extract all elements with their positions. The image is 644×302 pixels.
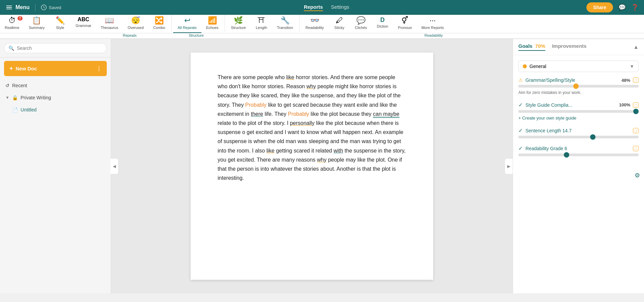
saved-status: Saved — [35, 4, 67, 10]
goal-styleguide-info[interactable]: □ — [633, 102, 639, 108]
goal-sentencelength-bar[interactable] — [518, 136, 639, 138]
group-core-label: Core — [4, 33, 94, 37]
highlight-with: with — [333, 148, 343, 154]
allrepeats-icon: ↩ — [184, 17, 190, 24]
toolbar-structure[interactable]: 🌿 Structure — [226, 15, 251, 33]
toolbar-style[interactable]: ✏️ Style — [49, 15, 71, 33]
goal-sentencelength-title[interactable]: Sentence Length 14.7 — [525, 128, 627, 133]
help-button[interactable]: ❓ — [631, 4, 639, 11]
goal-readability: ✓ Readability Grade 6 □ — [518, 145, 639, 156]
goal-grammar-header: ⚠ Grammar/Spelling/Style 48% □ — [518, 77, 639, 83]
editor-text[interactable]: There are some people who like horror st… — [218, 73, 406, 182]
share-button[interactable]: Share — [586, 2, 613, 12]
goal-grammar-title[interactable]: Grammar/Spelling/Style — [525, 77, 619, 83]
style-icon: ✏️ — [56, 17, 65, 24]
goal-readability-bar[interactable] — [518, 154, 639, 156]
sidebar-doc-untitled[interactable]: 📄 Untitled — [0, 104, 111, 116]
nav-reports-tab[interactable]: Reports — [304, 4, 323, 11]
goal-sentencelength-thumb[interactable] — [590, 134, 595, 140]
plus-icon: + — [9, 65, 13, 72]
create-style-guide-link[interactable]: + Create your own style guide — [518, 115, 639, 121]
goal-grammar: ⚠ Grammar/Spelling/Style 48% □ Aim for z… — [518, 77, 639, 95]
highlight-canmaybe: can maybe — [373, 111, 399, 118]
goals-tab[interactable]: Goals 70% — [518, 43, 545, 51]
sidebar-collapse-button[interactable]: ◀ — [110, 158, 119, 174]
highlight-like-2: like — [266, 148, 275, 154]
check-icon-3: ✓ — [518, 145, 523, 152]
goal-styleguide-bar[interactable] — [518, 110, 639, 113]
right-panel-expand-button[interactable]: ▶ — [505, 158, 513, 174]
toolbar-realtime[interactable]: ⏱ Realtime 7 — [0, 15, 24, 33]
editor-page[interactable]: There are some people who like horror st… — [191, 53, 433, 280]
highlight-like-1: like — [286, 74, 294, 80]
sidebar-recent[interactable]: ↺ Recent — [0, 79, 111, 92]
toolbar-thesaurus[interactable]: 📖 Thesaurus — [96, 15, 123, 33]
goal-grammar-bar[interactable] — [518, 85, 639, 88]
toolbar-transition[interactable]: 🔧 Transition — [272, 15, 298, 33]
settings-button[interactable]: ⚙ — [635, 172, 640, 179]
goal-styleguide-title[interactable]: Style Guide Complia... — [525, 102, 616, 108]
goal-grammar-description: Aim for zero mistakes in your work. — [518, 90, 639, 95]
summary-icon: 📋 — [32, 17, 41, 24]
search-input[interactable] — [17, 45, 102, 51]
toolbar-sep-3 — [299, 15, 299, 32]
toolbar-cliches[interactable]: 💬 Clichés — [350, 15, 372, 33]
toolbar-sep-1 — [171, 15, 172, 32]
toolbar-morereports[interactable]: ··· More Reports — [417, 15, 449, 33]
toolbar-readability[interactable]: 👓 Readability — [301, 15, 328, 33]
goal-grammar-thumb[interactable] — [573, 83, 579, 89]
goal-grammar-info[interactable]: □ — [633, 77, 639, 83]
readability-icon: 👓 — [310, 17, 319, 24]
toolbar-grammar[interactable]: ABC Grammar — [71, 15, 96, 33]
menu-button[interactable]: Menu — [5, 4, 35, 11]
highlight-why-1: why — [307, 83, 316, 89]
top-nav: Menu Saved Reports Settings Share 💬 ❓ — [0, 0, 644, 15]
right-panel-header: Goals 70% Improvements ▲ — [513, 39, 644, 55]
sidebar-search-area: 🔍 — [0, 39, 111, 58]
goal-readability-thumb[interactable] — [564, 152, 569, 158]
toolbar-pronoun[interactable]: ⚥ Pronoun — [393, 15, 417, 33]
messages-button[interactable]: 💬 — [618, 4, 626, 11]
structure-icon: 🌿 — [234, 17, 243, 24]
search-icon: 🔍 — [8, 45, 14, 51]
toolbar-diction[interactable]: D Diction — [372, 15, 393, 33]
goal-styleguide: ✓ Style Guide Complia... 100% □ + Create… — [518, 102, 639, 121]
toolbar-length[interactable]: ⛩ Length — [251, 15, 272, 33]
more-options-icon[interactable]: ⋮ — [96, 66, 101, 72]
goal-sentencelength-info[interactable]: □ — [633, 128, 639, 133]
goal-readability-title[interactable]: Readability Grade 6 — [525, 146, 627, 151]
toolbar-overused[interactable]: 😴 Overused — [123, 15, 149, 33]
toolbar-combo[interactable]: 🔀 Combo — [149, 15, 170, 33]
toolbar-summary[interactable]: 📋 Summary — [24, 15, 49, 33]
echoes-icon: 📶 — [208, 17, 217, 24]
goal-sentencelength: ✓ Sentence Length 14.7 □ — [518, 127, 639, 138]
toolbar: ⏱ Realtime 7 📋 Summary ✏️ Style ABC Gram… — [0, 15, 644, 39]
toolbar-echoes[interactable]: 📶 Echoes — [201, 15, 223, 33]
general-dot-icon — [523, 64, 527, 68]
transition-icon: 🔧 — [281, 17, 290, 24]
search-box[interactable]: 🔍 — [4, 43, 107, 53]
goal-styleguide-header: ✓ Style Guide Complia... 100% □ — [518, 102, 639, 108]
toolbar-allrepeats[interactable]: ↩ All Repeats — [173, 15, 201, 33]
improvements-tab[interactable]: Improvements — [552, 43, 587, 51]
goal-styleguide-thumb[interactable] — [633, 109, 639, 114]
new-doc-button[interactable]: +New Doc ⋮ — [4, 61, 107, 76]
lock-icon: 🔒 — [12, 95, 18, 100]
nav-right: Share 💬 ❓ — [586, 2, 639, 12]
sidebar-private-writing[interactable]: ▼ 🔒 Private Writing — [0, 92, 111, 104]
panel-collapse-arrow[interactable]: ▲ — [633, 44, 639, 50]
thesaurus-icon: 📖 — [105, 17, 114, 24]
toolbar-sticky[interactable]: 🖊 Sticky — [329, 15, 350, 33]
morereports-icon: ··· — [429, 17, 436, 24]
nav-settings-tab[interactable]: Settings — [331, 4, 349, 11]
highlight-probably-2: Probably — [288, 111, 309, 117]
general-dropdown[interactable]: General ▼ — [518, 61, 639, 72]
right-panel-body: General ▼ ⚠ Grammar/Spelling/Style 48% □… — [513, 55, 644, 168]
pronoun-icon: ⚥ — [401, 17, 408, 24]
length-icon: ⛩ — [258, 17, 265, 24]
goal-readability-info[interactable]: □ — [633, 146, 639, 151]
group-readability-label: Readability — [227, 33, 640, 37]
grammar-icon: ABC — [77, 17, 89, 22]
sidebar: 🔍 +New Doc ⋮ ↺ Recent ▼ 🔒 Private Writin… — [0, 39, 111, 293]
goal-sentencelength-header: ✓ Sentence Length 14.7 □ — [518, 127, 639, 134]
